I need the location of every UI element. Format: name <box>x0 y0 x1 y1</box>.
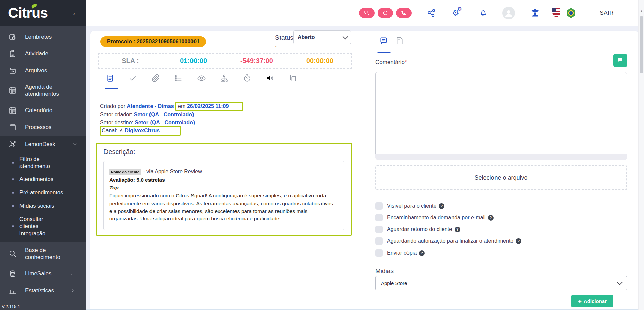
checkbox[interactable] <box>375 237 383 245</box>
sidebar-item-consultar-clientes-integracao[interactable]: Consultar clientes integração <box>0 213 86 240</box>
box-icon <box>9 123 17 131</box>
bottom-edge-strip <box>86 309 638 310</box>
page-scrollbar[interactable]: ▲ <box>638 0 644 310</box>
bullet-icon <box>12 205 14 207</box>
app-logo: Citrus <box>8 5 48 21</box>
whatsapp-button[interactable] <box>378 8 393 18</box>
help-icon[interactable]: ? <box>419 250 425 256</box>
sidebar-item-limesales[interactable]: LimeSales <box>0 265 86 282</box>
logout-button[interactable]: SAIR <box>600 10 614 16</box>
help-icon[interactable]: ? <box>439 203 444 209</box>
sidebar-item-processos[interactable]: Processos <box>0 119 86 136</box>
sidebar-item-lembretes[interactable]: Lembretes <box>0 29 86 45</box>
settings-button[interactable]: ⚙⚙ <box>452 8 463 18</box>
lemondesk-section: LemonDesk Filtro de atendimento Atendime… <box>0 136 86 242</box>
tab-tasks[interactable] <box>129 74 137 84</box>
calendar-icon <box>9 106 17 115</box>
phone-button[interactable] <box>396 8 412 18</box>
sidebar-item-filtro-de-atendimento[interactable]: Filtro de atendimento <box>0 152 86 173</box>
send-comment-button[interactable] <box>613 54 627 67</box>
clipboard-icon <box>9 50 17 58</box>
textarea-resize-handle[interactable] <box>375 154 627 160</box>
sidebar-item-agenda[interactable]: Agenda de atendimentos <box>0 79 86 102</box>
adicionar-button[interactable]: + Adicionar <box>571 295 613 307</box>
review-rating: Avaliação: 5.0 estrelas <box>109 177 336 183</box>
language-en-button[interactable] <box>552 8 561 18</box>
sidebar-item-base-de-conhecimento[interactable]: Base de conhecimento <box>0 242 86 265</box>
comment-icon <box>379 36 388 45</box>
us-flag-icon <box>552 8 561 18</box>
comment-textarea[interactable] <box>375 72 627 154</box>
speaker-icon <box>266 74 274 82</box>
notifications-button[interactable] <box>479 8 488 18</box>
search-icon <box>9 250 17 258</box>
collapse-sidebar-icon[interactable]: ← <box>71 8 80 17</box>
calendar-icon <box>9 86 17 94</box>
tab-timer[interactable] <box>243 74 251 84</box>
ticket-details: Criado por Atendente - Dimas em 26/02/20… <box>100 103 243 136</box>
option-enviar-copia: Enviar cópia ? <box>375 249 521 257</box>
tab-copy[interactable] <box>289 74 297 84</box>
tab-watchers[interactable] <box>197 74 206 84</box>
tab-list[interactable] <box>174 74 183 84</box>
sidebar: Citrus ← Lembretes Atividade Arquivos Ag… <box>0 0 86 310</box>
status-label: Status: <box>275 33 293 52</box>
chat-button[interactable] <box>359 8 375 18</box>
sidebar-item-calendario[interactable]: Calendário <box>0 102 86 119</box>
language-pt-button[interactable] <box>566 8 576 18</box>
help-icon[interactable]: ? <box>488 215 494 221</box>
divider <box>365 53 638 53</box>
tab-notes[interactable] <box>395 36 404 46</box>
tab-comments[interactable] <box>379 36 388 46</box>
whatsapp-icon <box>382 10 388 16</box>
checkbox[interactable] <box>375 226 383 233</box>
option-encaminhamento-email: Encaminhamento da demanda por e-mail ? <box>375 214 521 221</box>
training-button[interactable] <box>530 8 540 18</box>
tab-attachments[interactable] <box>152 74 160 84</box>
scrollbar-thumb[interactable] <box>640 16 643 73</box>
sla-label: SLA : <box>99 57 162 65</box>
bell-icon <box>479 8 488 18</box>
tab-details[interactable] <box>106 74 114 84</box>
checkbox[interactable] <box>375 214 383 221</box>
scroll-up-icon[interactable]: ▲ <box>639 9 644 13</box>
midias-label: Midias <box>375 267 394 275</box>
setor-destino-value[interactable]: Setor (QA - Controlado) <box>135 120 195 125</box>
option-aguardar-retorno: Aguardar retorno do cliente ? <box>375 226 521 233</box>
integrations-button[interactable] <box>427 8 436 18</box>
midias-select[interactable]: Apple Store <box>375 276 627 290</box>
created-date[interactable]: 26/02/2025 11:09 <box>187 103 229 109</box>
sidebar-item-midias-sociais[interactable]: Mídias sociais <box>0 199 86 212</box>
user-avatar[interactable] <box>502 7 515 19</box>
sidebar-item-atividade[interactable]: Atividade <box>0 45 86 62</box>
checkbox[interactable] <box>375 202 383 210</box>
file-dropzone[interactable]: Selecione o arquivo <box>375 165 627 190</box>
setor-criador-value[interactable]: Setor (QA - Controlado) <box>134 112 194 117</box>
comment-tabs <box>379 36 404 46</box>
sidebar-item-estatisticas[interactable]: Estatísticas <box>0 282 86 299</box>
chevron-down-icon <box>617 279 623 285</box>
chart-icon <box>9 286 17 295</box>
help-icon[interactable]: ? <box>516 238 521 244</box>
chevron-down-icon <box>72 142 78 147</box>
plus-icon: + <box>578 298 582 304</box>
tab-audio[interactable] <box>266 74 274 84</box>
help-icon[interactable]: ? <box>455 227 460 232</box>
status-select[interactable]: Aberto <box>293 30 351 44</box>
coins-icon <box>9 270 17 278</box>
sidebar-item-lemondesk[interactable]: LemonDesk <box>0 136 86 152</box>
status-field: Status: Aberto <box>275 33 351 52</box>
sidebar-item-arquivos[interactable]: Arquivos <box>0 62 86 79</box>
annotation-box-descricao: Descrição: Nome do cliente - via Apple S… <box>96 143 352 236</box>
chevron-down-icon <box>343 34 348 39</box>
setor-criador-line: Setor criador: Setor (QA - Controlado) <box>100 112 243 118</box>
sidebar-item-atendimentos[interactable]: Atendimentos <box>0 173 86 186</box>
chat-icon <box>364 10 370 16</box>
sitemap-icon <box>220 74 228 82</box>
sidebar-item-pre-atendimentos[interactable]: Pré-atendimentos <box>0 186 86 199</box>
checkbox[interactable] <box>375 249 383 257</box>
tab-hierarchy[interactable] <box>220 74 228 84</box>
app-version: V.2.115.1 <box>2 304 20 309</box>
created-agent[interactable]: Atendente - Dimas <box>127 103 174 109</box>
canal-value[interactable]: DigivoxCitrus <box>125 128 160 133</box>
